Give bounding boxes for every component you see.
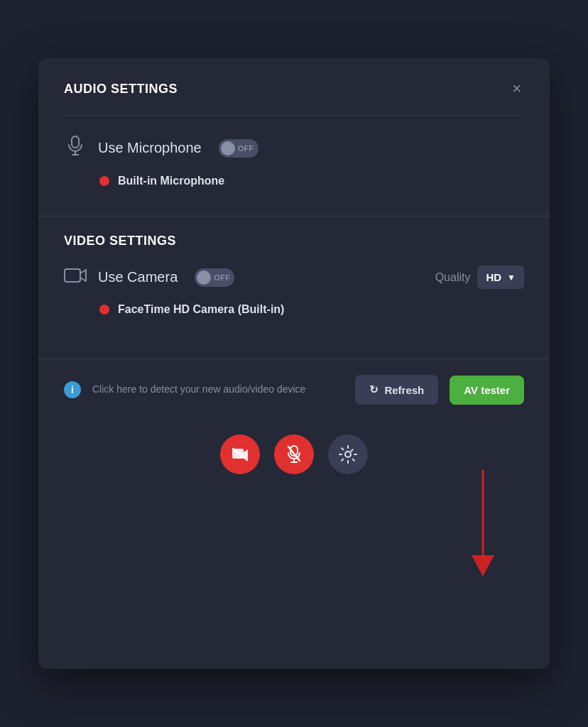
- camera-icon: [64, 267, 87, 288]
- info-icon[interactable]: i: [64, 381, 81, 398]
- camera-label: Use Camera: [98, 269, 178, 285]
- footer-content: i Click here to detect your new audio/vi…: [38, 359, 550, 420]
- info-text[interactable]: Click here to detect your new audio/vide…: [92, 383, 344, 397]
- audio-section: Use Microphone OFF Built-in Microphone: [38, 116, 550, 216]
- svg-rect-3: [65, 269, 80, 282]
- mic-off-button[interactable]: [274, 434, 314, 474]
- microphone-icon: [64, 136, 87, 160]
- audio-settings-modal: AUDIO SETTINGS × Use Microphone: [38, 58, 550, 669]
- camera-device-name: FaceTime HD Camera (Built-in): [118, 303, 284, 316]
- av-tester-button[interactable]: AV tester: [450, 376, 524, 405]
- bottom-toolbar: [38, 420, 550, 496]
- microphone-device-row: Built-in Microphone: [64, 175, 524, 187]
- video-section-header: VIDEO SETTINGS: [38, 217, 550, 248]
- camera-device-row: FaceTime HD Camera (Built-in): [64, 303, 524, 316]
- microphone-row: Use Microphone OFF: [64, 136, 524, 160]
- svg-point-12: [345, 452, 351, 457]
- quality-label: Quality: [435, 271, 471, 284]
- camera-device-indicator: [99, 305, 109, 315]
- microphone-toggle[interactable]: OFF: [219, 139, 258, 158]
- microphone-label: Use Microphone: [98, 140, 202, 156]
- refresh-icon: ↻: [369, 383, 379, 396]
- microphone-device-name: Built-in Microphone: [118, 175, 224, 187]
- refresh-button[interactable]: ↻ Refresh: [355, 375, 438, 405]
- chevron-down-icon: ▼: [507, 273, 516, 283]
- settings-button[interactable]: [328, 434, 368, 474]
- svg-rect-0: [72, 136, 79, 148]
- modal-header: AUDIO SETTINGS ×: [38, 58, 550, 115]
- camera-toggle[interactable]: OFF: [195, 268, 234, 287]
- quality-value: HD: [486, 271, 501, 283]
- modal-title: AUDIO SETTINGS: [64, 82, 178, 97]
- close-button[interactable]: ×: [509, 78, 524, 99]
- camera-row: Use Camera OFF Quality HD ▼: [64, 266, 524, 289]
- quality-dropdown[interactable]: HD ▼: [477, 266, 524, 289]
- refresh-label: Refresh: [384, 384, 424, 396]
- microphone-device-indicator: [99, 176, 109, 186]
- video-section: Use Camera OFF Quality HD ▼: [38, 248, 550, 359]
- video-off-button[interactable]: [220, 434, 260, 474]
- video-section-title: VIDEO SETTINGS: [64, 234, 176, 248]
- svg-marker-5: [472, 555, 494, 576]
- quality-area: Quality HD ▼: [435, 266, 524, 289]
